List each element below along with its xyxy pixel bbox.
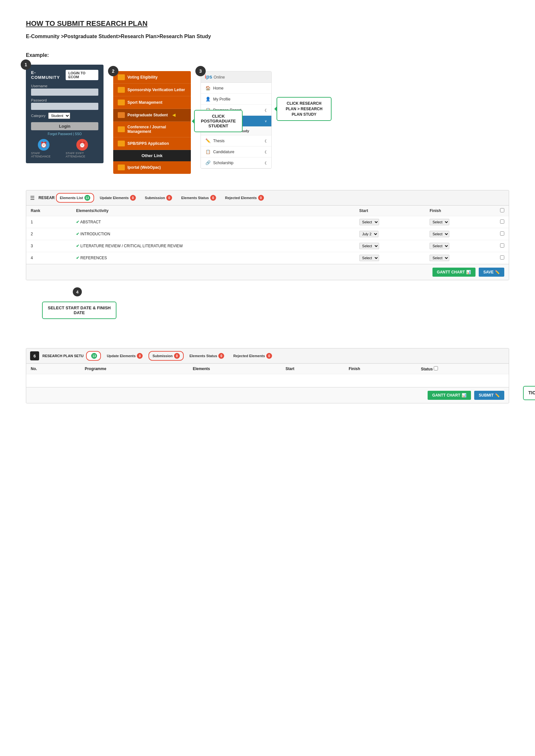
update-badge: 0 [130, 195, 136, 201]
sub-tab-update[interactable]: Update Elements 0 [103, 352, 146, 360]
password-label: Password [31, 98, 98, 102]
menu-iportal-label: Iportal (WebOpac) [127, 165, 161, 170]
subtitle: E-Community >Postgraduate Student>Resear… [26, 34, 509, 40]
gantt-label: GANTT CHART [437, 270, 465, 274]
tab-update-label: Update Elements [100, 196, 129, 200]
tab-update-elements[interactable]: Update Elements 0 [97, 194, 139, 202]
username-input[interactable] [31, 89, 98, 96]
submit-icon: ✏️ [495, 393, 500, 397]
row-check-3[interactable] [500, 243, 504, 248]
tab-rejected-elements[interactable]: Rejected Elements 0 [222, 194, 267, 202]
menu-sport[interactable]: Sport Management [113, 96, 191, 109]
sub-tab-rejected-label: Rejected Elements [233, 354, 265, 358]
staff-syift-icon: ⏰ [76, 139, 88, 150]
rank-3: 3 [26, 240, 71, 252]
start-select-4[interactable]: Select [359, 255, 379, 261]
sub-update-badge: 0 [137, 353, 143, 359]
element-litreview: ✔ LITERATURE REVIEW / CRITICAL LITERATUR… [71, 240, 354, 252]
menu-postgraduate-label: Postgraduate Student [127, 113, 168, 117]
save-button[interactable]: SAVE ✏️ [479, 268, 504, 277]
sub-tab-status[interactable]: Elements Status 0 [186, 352, 228, 360]
ips-nav-thesis[interactable]: ✏️ Thesis ❮ [201, 135, 271, 147]
row-check-1[interactable] [500, 220, 504, 224]
element-references: ✔ REFERENCES [71, 252, 354, 264]
candidature-chevron: ❮ [264, 150, 267, 153]
steps-row-123: 1 E-COMMUNITY LOGIN TO ECOM Username Pas… [26, 65, 509, 174]
step4-section: ☰ RESEAR Elements List 13 Update Element… [26, 190, 509, 280]
row-check-4[interactable] [500, 255, 504, 259]
sub-gantt-chart-button[interactable]: GANTT CHART 📊 [428, 391, 471, 400]
scholarship-chevron: ❮ [264, 161, 267, 165]
click-postgraduate-callout: CLICK POSTGRADUATE STUDENT [194, 110, 242, 132]
finish-select-3[interactable]: Select [430, 243, 449, 249]
hamburger-icon[interactable]: ☰ [30, 195, 35, 201]
menu-postgraduate[interactable]: Postgraduate Student ◀ [113, 109, 191, 122]
sub-col-finish: Finish [344, 364, 416, 374]
candidature-icon: 📋 [205, 149, 211, 154]
start-select-3[interactable]: Select [359, 243, 379, 249]
finish-select-1[interactable]: Select [430, 219, 449, 225]
step4-callout: SELECT START DATE & FINISH DATE [42, 302, 116, 319]
ips-nav-scholarship[interactable]: 🔗 Scholarship ❮ [201, 157, 271, 168]
start-select-2[interactable]: July 2 [359, 231, 379, 237]
menu-other-link[interactable]: Other Link [113, 150, 191, 161]
sub-tab-elements-list[interactable]: 13 [86, 351, 101, 361]
bottom-spacer [26, 429, 509, 455]
sub-status-checkbox[interactable] [434, 366, 438, 370]
menu-spb[interactable]: SPB/SPPS Application [113, 137, 191, 150]
staff-syift-label: STAFF SYIFT ATTENDANCE [66, 151, 98, 158]
ips-nav-myprofile[interactable]: 👤 My Profile [201, 94, 271, 105]
ips-thesis-label: Thesis [213, 139, 224, 143]
col-elements: Elements/Activity [71, 205, 354, 216]
menu-sponsorship-label: Sponsorship Verification Letter [127, 88, 185, 92]
menu-conference[interactable]: Conference / Journal Management [113, 122, 191, 137]
menu-iportal[interactable]: Iportal (WebOpac) [113, 161, 191, 174]
submit-button[interactable]: SUBMIT ✏️ [474, 391, 504, 400]
finish-select-2[interactable]: Select [430, 231, 449, 237]
staff-attendance-icon: ⏰ [38, 139, 49, 150]
tab-submission-label: Submission [145, 196, 165, 200]
staff-syift-attendance[interactable]: ⏰ STAFF SYIFT ATTENDANCE [66, 139, 98, 158]
login-button[interactable]: Login [31, 122, 98, 130]
username-label: Username [31, 84, 98, 88]
folder-icon-7 [118, 165, 125, 170]
login-to-ecom-btn[interactable]: LOGIN TO ECOM [66, 70, 98, 80]
tab-elements-status[interactable]: Elements Status 0 [178, 194, 219, 202]
sub-tab-status-label: Elements Status [189, 354, 217, 358]
password-input[interactable] [31, 103, 98, 110]
row-check-2[interactable] [500, 231, 504, 236]
tab-submission[interactable]: Submission 0 [142, 194, 175, 202]
home-icon: 🏠 [205, 86, 211, 91]
researchplan-chevron: ∨ [265, 119, 267, 123]
rejected-badge: 0 [258, 195, 264, 201]
sub-submission-badge: 0 [174, 353, 180, 359]
ips-nav-home[interactable]: 🏠 Home [201, 83, 271, 94]
step1-container: 1 E-COMMUNITY LOGIN TO ECOM Username Pas… [26, 65, 103, 163]
thesis-chevron: ❮ [264, 139, 267, 143]
submission-table: No. Programme Elements Start Finish Stat… [26, 364, 509, 387]
menu-spb-label: SPB/SPPS Application [127, 141, 169, 146]
folder-icon-4 [118, 112, 125, 118]
col-rank: Rank [26, 205, 71, 216]
category-select[interactable]: Student [48, 113, 70, 119]
step6-section: 6 RESEARCH PLAN SETU 13 Update Elements … [26, 348, 509, 403]
sub-tab-submission[interactable]: Submission 0 [149, 351, 183, 361]
menu-sponsorship[interactable]: Sponsorship Verification Letter [113, 84, 191, 96]
ips-nav-candidature[interactable]: 📋 Candidature ❮ [201, 147, 271, 157]
sub-tab-rejected[interactable]: Rejected Elements 0 [230, 352, 275, 360]
login-panel: E-COMMUNITY LOGIN TO ECOM Username Passw… [26, 65, 103, 163]
finish-select-4[interactable]: Select [430, 255, 449, 261]
research-table-wrapper: ☰ RESEAR Elements List 13 Update Element… [26, 190, 509, 280]
scholarship-icon: 🔗 [205, 160, 211, 165]
start-select-1[interactable]: Select [359, 219, 379, 225]
status-badge: 0 [210, 195, 216, 201]
menu-sport-label: Sport Management [127, 100, 162, 105]
folder-icon-6 [118, 141, 125, 147]
staff-attendance[interactable]: ⏰ STAFF ATTENDANCE [31, 139, 56, 158]
step2-container: 2 Voting Eligibility Sponsorship Verific… [113, 71, 191, 174]
gantt-chart-button[interactable]: GANTT CHART 📊 [433, 268, 476, 277]
check-all[interactable] [500, 208, 504, 212]
menu-voting[interactable]: Voting Eligibility [113, 71, 191, 84]
tab-elements-list[interactable]: Elements List 13 [56, 193, 94, 202]
folder-icon-2 [118, 87, 125, 93]
